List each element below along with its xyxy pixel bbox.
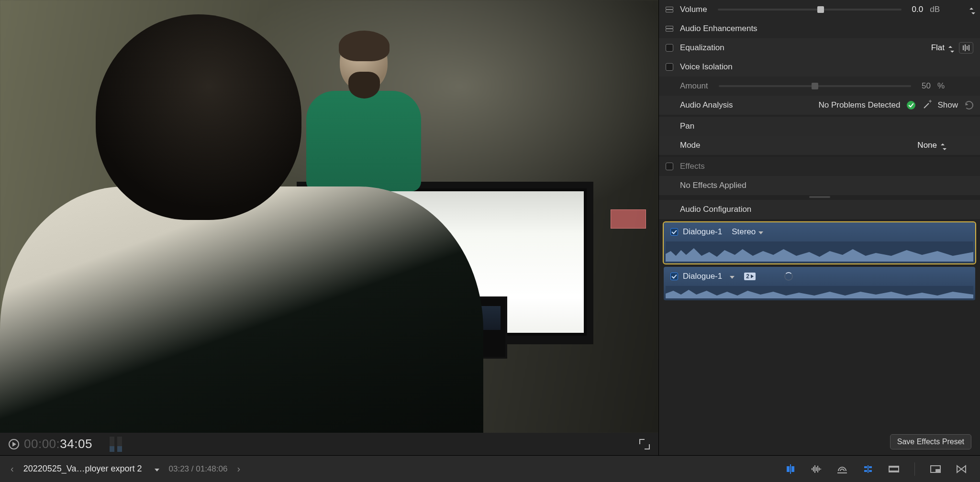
audio-inspector: Volume 0.0 dB Audio Enhancements Equaliz… xyxy=(658,0,980,455)
svg-rect-9 xyxy=(820,469,821,470)
save-effects-preset-button[interactable]: Save Effects Preset xyxy=(890,434,971,449)
amount-label: Amount xyxy=(680,81,708,91)
equalization-label: Equalization xyxy=(680,43,724,53)
track-2-channel-badge: 2 xyxy=(744,273,756,280)
skimmer-icon[interactable] xyxy=(782,463,799,475)
svg-rect-4 xyxy=(813,467,814,471)
svg-rect-1 xyxy=(791,466,794,472)
no-effects-label: No Effects Applied xyxy=(680,181,746,190)
audio-track-1[interactable]: Dialogue-1 Stereo xyxy=(664,222,975,263)
svg-rect-13 xyxy=(889,471,899,472)
pan-label: Pan xyxy=(680,121,694,131)
track-2-name: Dialogue-1 xyxy=(683,272,722,281)
track-2-checkbox[interactable] xyxy=(670,273,678,280)
pan-mode-label: Mode xyxy=(680,141,701,150)
volume-stepper-icon[interactable] xyxy=(968,5,973,14)
play-icon[interactable] xyxy=(9,439,19,449)
viewer[interactable] xyxy=(0,0,658,433)
pane-resize-handle[interactable] xyxy=(809,196,830,198)
track-2-waveform xyxy=(666,286,973,298)
voice-isolation-checkbox[interactable] xyxy=(666,63,673,71)
fullscreen-icon[interactable] xyxy=(639,439,650,449)
equalization-checkbox[interactable] xyxy=(666,44,673,52)
bottom-bar: ‹ 20220525_Va…ployer export 2 03:23 / 01… xyxy=(0,455,980,482)
timecode-dim: 00:00: xyxy=(24,437,60,451)
filmstrip-icon[interactable] xyxy=(886,463,902,475)
svg-rect-5 xyxy=(814,465,815,473)
amount-unit: % xyxy=(937,81,945,91)
svg-rect-8 xyxy=(819,468,820,471)
clip-name[interactable]: 20220525_Va…ployer export 2 xyxy=(23,464,142,474)
loop-icon[interactable] xyxy=(953,463,969,475)
solo-icon[interactable] xyxy=(834,463,850,475)
clip-duration: 03:23 / 01:48:06 xyxy=(169,464,228,474)
timecode[interactable]: 00:00:34:05 xyxy=(24,437,92,451)
svg-rect-6 xyxy=(816,467,817,471)
track-2-spinner-icon xyxy=(784,272,793,281)
track-1-name: Dialogue-1 xyxy=(683,227,722,237)
track-2-expand-icon[interactable] xyxy=(727,272,735,281)
reset-icon[interactable] xyxy=(965,101,973,110)
svg-rect-15 xyxy=(935,469,940,472)
audio-track-2[interactable]: Dialogue-1 2 xyxy=(664,267,975,300)
track-1-format[interactable]: Stereo xyxy=(732,227,763,237)
selection-overlay xyxy=(611,209,646,229)
timecode-main: 34:05 xyxy=(60,437,92,451)
amount-slider[interactable] xyxy=(719,85,911,87)
svg-rect-0 xyxy=(787,466,790,472)
audio-enhancements-label: Audio Enhancements xyxy=(680,24,757,33)
enhancements-section-icon xyxy=(666,26,673,32)
audio-analysis-show[interactable]: Show xyxy=(937,100,958,110)
clip-name-menu-icon[interactable] xyxy=(152,464,159,474)
prev-clip-icon[interactable]: ‹ xyxy=(11,463,14,474)
svg-rect-12 xyxy=(889,466,899,468)
svg-rect-7 xyxy=(817,466,818,472)
svg-rect-3 xyxy=(812,468,813,470)
audio-analysis-status: No Problems Detected xyxy=(818,100,900,110)
volume-unit: dB xyxy=(930,5,940,14)
magic-wand-icon[interactable] xyxy=(922,101,931,110)
voice-isolation-label: Voice Isolation xyxy=(680,62,733,72)
effects-checkbox[interactable] xyxy=(666,163,673,170)
pip-icon[interactable] xyxy=(927,463,944,475)
amount-value: 50 xyxy=(922,81,931,91)
volume-slider[interactable] xyxy=(718,9,902,11)
audio-meters xyxy=(110,437,122,452)
snapping-icon[interactable] xyxy=(860,463,876,475)
track-1-waveform xyxy=(666,241,973,262)
volume-section-icon xyxy=(666,7,673,12)
audio-skimmer-icon[interactable] xyxy=(808,463,824,475)
audio-configuration-label: Audio Configuration xyxy=(680,205,751,214)
check-ok-icon xyxy=(907,101,915,110)
track-1-checkbox[interactable] xyxy=(670,228,678,236)
svg-rect-2 xyxy=(790,464,791,474)
svg-rect-10 xyxy=(868,465,869,473)
effects-label: Effects xyxy=(680,162,705,171)
equalization-editor-button[interactable] xyxy=(959,42,973,54)
volume-label: Volume xyxy=(680,5,707,14)
audio-analysis-label: Audio Analysis xyxy=(680,100,733,110)
video-frame xyxy=(0,0,658,433)
pan-mode-value[interactable]: None xyxy=(917,141,945,150)
equalization-preset[interactable]: Flat xyxy=(931,43,952,53)
volume-value: 0.0 xyxy=(912,5,924,14)
next-clip-icon[interactable]: › xyxy=(237,463,240,474)
